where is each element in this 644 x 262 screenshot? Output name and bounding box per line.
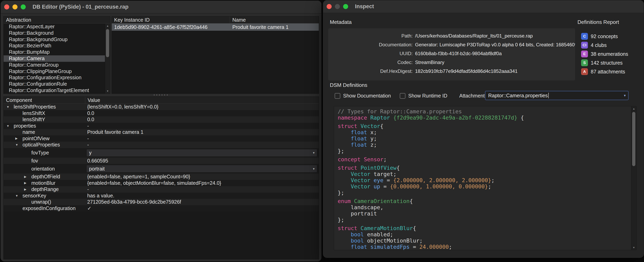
code-token: = — [380, 183, 390, 190]
minimize-button[interactable] — [12, 4, 18, 9]
code-token: { — [517, 115, 524, 121]
abstraction-item[interactable]: Raptor::ClippingPlaneGroup — [4, 68, 105, 75]
component-label-cell: ▶depthRange — [4, 186, 85, 192]
combobox-value: y — [89, 150, 92, 156]
component-row[interactable]: unwrap()271205ed-6b3a-4799-bcc6-9dc2be75… — [4, 199, 319, 205]
text-cursor — [548, 93, 549, 98]
code-token — [338, 231, 351, 238]
abstraction-scrollbar[interactable]: ▲ ▼ — [105, 23, 110, 94]
value-combobox[interactable]: y▾ — [86, 149, 317, 157]
code-line — [338, 162, 631, 165]
tree-collapsed-icon[interactable]: ▶ — [24, 175, 31, 179]
component-row[interactable]: ▶depthRange- — [4, 186, 319, 193]
show-runtime-id-checkbox[interactable]: Show Runtime ID — [400, 93, 448, 99]
code-token — [338, 129, 351, 135]
splitter-handle[interactable]: ······ — [0, 93, 322, 97]
abstraction-item[interactable]: Raptor::ConfigurationRule — [4, 81, 105, 87]
scrollbar-track[interactable] — [105, 28, 110, 89]
abstraction-item[interactable]: Raptor::ConfigurationExpression — [4, 74, 105, 81]
abstraction-item[interactable]: Raptor::ConfigurationTargetElement — [4, 87, 105, 94]
code-token: ; — [491, 177, 494, 183]
abstraction-item[interactable]: Raptor::BumpMap — [4, 49, 105, 55]
metadata-row: Path:/Users/kerhoas/Databases/Raptor_lts… — [328, 31, 575, 40]
component-row[interactable]: fov0.660595 — [4, 158, 319, 164]
code-token: 24.000000 — [419, 244, 449, 250]
scroll-up-icon[interactable]: ▲ — [105, 23, 110, 28]
code-token: landscape, — [338, 204, 384, 210]
tree-expanded-icon[interactable]: ▼ — [6, 105, 14, 109]
abstraction-item[interactable]: Raptor::AspectLayer — [4, 23, 105, 30]
column-header-key-instance-id[interactable]: Key Instance ID — [112, 16, 230, 23]
attachment-label: Attachment: — [459, 93, 486, 99]
component-row[interactable]: ▶motionBlur{enabled=false, objectMotionB… — [4, 180, 319, 186]
component-row[interactable]: orientationportrait▾ — [4, 164, 319, 173]
scroll-up-icon[interactable]: ▲ — [631, 106, 636, 111]
component-row[interactable]: ▼properties- — [4, 123, 319, 129]
show-documentation-checkbox[interactable]: Show Documentation — [335, 93, 391, 99]
code-token: z; — [367, 142, 377, 148]
abstraction-item[interactable]: Raptor::CameraGroup — [4, 62, 105, 68]
combobox-value: portrait — [89, 166, 105, 172]
attachment-value: Raptor::Camera.properties — [488, 93, 548, 99]
component-row[interactable]: nameProduit favorite camera 1 — [4, 129, 319, 135]
column-header-value[interactable]: Value — [85, 97, 319, 104]
attachment-combobox[interactable]: Raptor::Camera.properties ▾ — [485, 91, 628, 100]
instance-row[interactable]: 1deb5d90-8902-4261-a85e-67f52f20a446Prod… — [112, 23, 319, 31]
code-token: Vector — [351, 171, 370, 177]
code-scrollbar[interactable]: ▲ ▼ — [631, 106, 636, 250]
tree-expanded-icon[interactable]: ▼ — [6, 124, 14, 128]
tree-expanded-icon[interactable]: ▼ — [15, 143, 22, 146]
component-name: fovType — [31, 150, 49, 156]
close-button[interactable] — [4, 4, 9, 9]
checkbox-icon[interactable] — [335, 93, 340, 99]
abstraction-item[interactable]: Raptor::Camera — [4, 55, 105, 62]
code-token — [351, 198, 354, 204]
component-row[interactable]: ▶depthOfField{enabled=false, aperture=1,… — [4, 173, 319, 180]
abstraction-item[interactable]: Raptor::Background — [4, 30, 105, 36]
code-token: float — [351, 244, 367, 250]
metadata-section-title: Metadata — [330, 19, 352, 25]
column-header-component[interactable]: Component — [4, 97, 85, 104]
value-combobox[interactable]: portrait▾ — [86, 165, 317, 172]
component-row[interactable]: ▼opticalProperties- — [4, 142, 319, 148]
component-row[interactable]: ▼lensShiftProperties{lensShiftX=0.0, len… — [4, 104, 319, 110]
code-token — [358, 123, 360, 129]
code-token: enum — [338, 198, 351, 204]
definition-count: 87 attachments — [591, 69, 625, 75]
code-token: Raptor — [370, 115, 390, 121]
tree-expanded-icon[interactable]: ▼ — [15, 194, 22, 197]
tree-collapsed-icon[interactable]: ▶ — [24, 181, 31, 185]
component-value-cell: y▾ — [85, 149, 319, 157]
code-token: namespace — [338, 115, 367, 121]
scrollbar-thumb[interactable] — [632, 112, 635, 166]
component-row[interactable]: ▶pointOfView- — [4, 135, 319, 142]
metadata-rows: Path:/Users/kerhoas/Databases/Raptor_lts… — [328, 31, 575, 76]
scrollbar-thumb[interactable] — [106, 29, 109, 57]
code-line: struct Vector{ — [338, 123, 631, 129]
definitions-report-item: A87 attachments — [581, 67, 628, 76]
checkbox-icon[interactable] — [400, 93, 406, 99]
scroll-down-icon[interactable]: ▼ — [631, 245, 636, 250]
component-row[interactable]: ▼sensorKeyhas a value. — [4, 193, 319, 199]
zoom-button[interactable] — [343, 4, 348, 9]
abstraction-item[interactable]: Raptor::BackgroundGroup — [4, 36, 105, 43]
component-row[interactable]: exposedInConfiguration✓ — [4, 205, 319, 212]
component-value-cell: 0.0 — [85, 117, 319, 122]
zoom-button[interactable] — [21, 4, 26, 9]
component-row[interactable]: lensShiftY0.0 — [4, 116, 319, 123]
chevron-down-icon[interactable]: ▾ — [624, 93, 626, 98]
definitions-report-item: Cl4 clubs — [581, 41, 628, 50]
code-line: namespace Raptor {f2d9ea90-2adc-4e9a-a2b… — [338, 115, 631, 121]
column-header-name[interactable]: Name — [230, 16, 319, 23]
component-row[interactable]: lensShiftX0.0 — [4, 110, 319, 117]
tree-collapsed-icon[interactable]: ▶ — [24, 188, 31, 191]
component-row[interactable]: fovTypey▾ — [4, 148, 319, 158]
chevron-down-icon[interactable]: ▾ — [313, 151, 314, 155]
scrollbar-track[interactable] — [631, 111, 636, 245]
tree-collapsed-icon[interactable]: ▶ — [15, 137, 22, 140]
abstraction-column-header[interactable]: Abstraction — [4, 16, 110, 23]
close-button[interactable] — [326, 4, 332, 9]
abstraction-item[interactable]: Raptor::BezierPath — [4, 42, 105, 49]
chevron-down-icon[interactable]: ▾ — [313, 167, 314, 171]
scroll-down-icon[interactable]: ▼ — [105, 89, 110, 94]
